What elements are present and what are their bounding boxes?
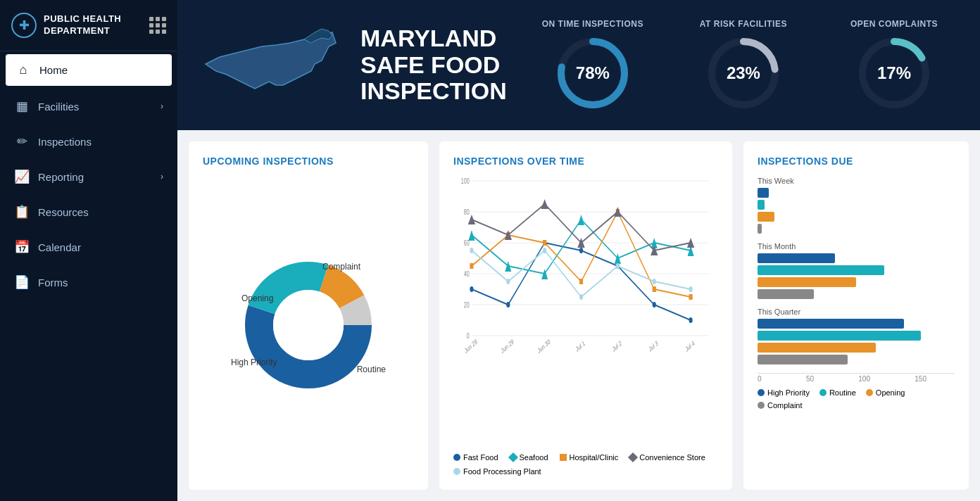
facilities-icon: ▦ — [14, 99, 30, 114]
banner-title: MARYLAND SAFE FOOD INSPECTION — [360, 25, 507, 104]
legend-label: Convenience Store — [639, 453, 705, 462]
legend-label: Food Processing Plant — [463, 467, 541, 476]
svg-rect-50 — [689, 294, 693, 300]
bar-row — [758, 277, 955, 287]
sidebar-item-label: Forms — [38, 277, 163, 288]
bar-opening — [758, 212, 774, 222]
svg-point-31 — [506, 302, 510, 307]
legend-complaint: Complaint — [758, 401, 803, 410]
calendar-icon: 📅 — [14, 239, 30, 255]
over-time-title: INSPECTIONS OVER TIME — [453, 156, 718, 167]
stat-value: 17% — [877, 63, 911, 83]
segment-label-highpriority: High Priority — [231, 357, 277, 367]
sidebar-item-reporting[interactable]: 📈 Reporting › — [0, 159, 177, 194]
stat-at-risk-facilities: AT RISK FACILITIES 23% — [679, 19, 808, 112]
bar-complaint — [758, 224, 762, 234]
chevron-right-icon: › — [161, 101, 163, 111]
stat-label: ON TIME INSPECTIONS — [542, 19, 643, 29]
bar-row — [758, 224, 955, 234]
bar-routine — [758, 331, 921, 341]
legend-opening: Opening — [866, 388, 905, 397]
segment-label-opening: Opening — [241, 293, 273, 303]
svg-text:Jun 29: Jun 29 — [500, 337, 515, 355]
donut-svg — [238, 255, 379, 395]
svg-text:Jun 28: Jun 28 — [463, 337, 478, 355]
svg-rect-46 — [543, 240, 546, 246]
legend-routine: Routine — [819, 388, 856, 397]
svg-text:20: 20 — [464, 301, 470, 310]
legend-convenience: Convenience Store — [629, 453, 705, 462]
bar-group-this-quarter: This Quarter — [758, 307, 955, 364]
stat-circle-on-time: 78% — [554, 34, 632, 112]
svg-point-61 — [579, 294, 583, 300]
routine-dot — [819, 389, 827, 396]
bar-opening — [758, 343, 876, 353]
legend-fast-food: Fast Food — [453, 453, 498, 462]
sidebar-item-forms[interactable]: 📄 Forms — [0, 265, 177, 300]
bar-row — [758, 212, 955, 222]
convenience-diamond — [628, 452, 638, 462]
svg-text:0: 0 — [467, 332, 470, 341]
line-chart-svg: 100 80 60 40 20 0 Jun 28 Jun 29 Jun 30 J… — [453, 174, 718, 364]
grid-menu-icon[interactable] — [149, 17, 166, 34]
main-content: MARYLAND SAFE FOOD INSPECTION ON TIME IN… — [177, 0, 980, 501]
segment-label-routine: Routine — [357, 364, 386, 374]
upcoming-inspections-card: UPCOMING INSPECTIONS — [189, 141, 428, 490]
resources-icon: 📋 — [14, 204, 30, 220]
svg-point-58 — [470, 248, 473, 253]
bar-row — [758, 253, 955, 263]
high-priority-dot — [758, 389, 765, 396]
bar-high-priority — [758, 188, 769, 198]
legend-label: Fast Food — [463, 453, 498, 462]
bar-row — [758, 188, 955, 198]
sidebar-logo: ✚ PUBLIC HEALTH DEPARTMENT — [0, 0, 177, 51]
sidebar-item-resources[interactable]: 📋 Resources — [0, 194, 177, 229]
chevron-right-icon: › — [161, 172, 163, 182]
bar-high-priority — [758, 253, 835, 263]
stat-label: OPEN COMPLAINTS — [850, 19, 938, 29]
stat-open-complaints: OPEN COMPLAINTS 17% — [829, 19, 959, 112]
sidebar-item-label: Resources — [38, 206, 163, 218]
svg-point-60 — [543, 248, 546, 253]
sidebar-item-label: Calendar — [38, 241, 163, 253]
bar-row — [758, 343, 955, 353]
sidebar-item-home[interactable]: ⌂ Home — [6, 54, 172, 86]
svg-text:Jul 4: Jul 4 — [684, 338, 696, 353]
svg-marker-37 — [468, 230, 475, 241]
sidebar-item-inspections[interactable]: ✏ Inspections — [0, 124, 177, 159]
legend-high-priority: High Priority — [758, 388, 810, 397]
legend-label: Seafood — [520, 453, 548, 462]
bar-row — [758, 289, 955, 299]
svg-rect-47 — [579, 279, 583, 284]
svg-point-64 — [689, 286, 693, 292]
sidebar-item-label: Inspections — [38, 136, 163, 148]
logo-text: PUBLIC HEALTH DEPARTMENT — [44, 13, 121, 37]
hospital-square — [560, 454, 567, 461]
inspections-over-time-card: INSPECTIONS OVER TIME 100 80 60 40 20 — [439, 141, 732, 490]
bar-chart: This Week This Month — [758, 174, 955, 476]
map-container — [199, 18, 339, 113]
line-chart: 100 80 60 40 20 0 Jun 28 Jun 29 Jun 30 J… — [453, 174, 718, 448]
bar-routine — [758, 200, 765, 210]
axis-labels: 0 50 100 150 — [758, 375, 926, 383]
svg-text:80: 80 — [464, 208, 470, 217]
stat-value: 23% — [727, 63, 760, 83]
sidebar-item-calendar[interactable]: 📅 Calendar — [0, 229, 177, 265]
stat-on-time-inspections: ON TIME INSPECTIONS 78% — [528, 19, 658, 112]
bar-opening — [758, 277, 856, 287]
svg-rect-49 — [653, 286, 656, 292]
opening-dot — [866, 389, 873, 396]
svg-text:Jul 1: Jul 1 — [575, 338, 586, 353]
inspections-icon: ✏ — [14, 134, 30, 149]
stat-label: AT RISK FACILITIES — [700, 19, 787, 29]
bar-row — [758, 319, 955, 329]
sidebar-item-facilities[interactable]: ▦ Facilities › — [0, 89, 177, 124]
bar-row — [758, 200, 955, 210]
svg-rect-44 — [470, 263, 473, 269]
upcoming-inspections-title: UPCOMING INSPECTIONS — [203, 156, 414, 167]
svg-text:60: 60 — [464, 239, 470, 248]
bar-complaint — [758, 355, 848, 364]
reporting-icon: 📈 — [14, 169, 30, 184]
svg-text:Jul 2: Jul 2 — [611, 338, 622, 353]
sidebar-item-label: Facilities — [38, 101, 152, 113]
